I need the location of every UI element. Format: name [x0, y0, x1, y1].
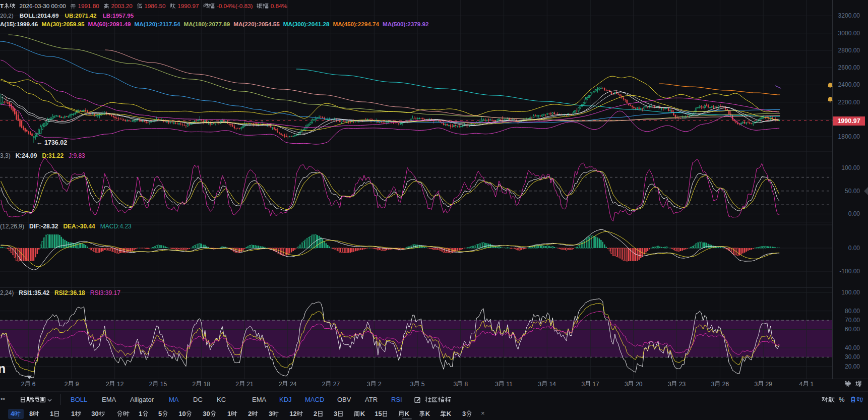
svg-text:← 1736.02: ← 1736.02: [36, 139, 67, 146]
